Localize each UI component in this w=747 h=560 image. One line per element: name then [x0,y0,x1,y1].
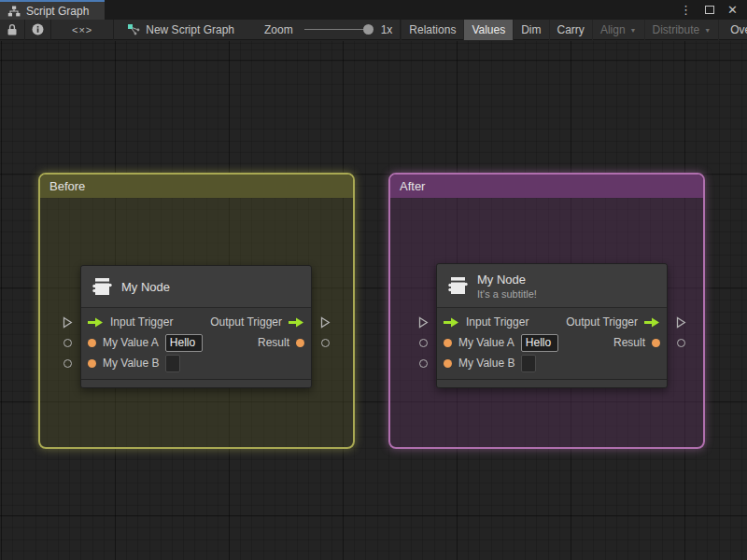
result-label: Result [613,336,645,349]
port-row-value-b: My Value B [437,353,667,373]
align-dropdown[interactable]: Align ▼ [593,20,645,40]
graph-name-label: New Script Graph [146,23,234,36]
flow-arrow-icon [444,317,459,328]
graph-toolbar: <×> New Script Graph Zoom 1x [0,20,747,40]
node-before-footer [81,379,311,387]
flow-arrow-icon [644,317,660,328]
relations-label: Relations [409,23,456,36]
trigger-in-port[interactable] [416,312,430,332]
values-label: Values [472,23,505,36]
node-after[interactable]: My Node It's a subtitle! Input Trigger O… [436,263,668,388]
chevron-down-icon: ▼ [704,27,711,34]
carry-label: Carry [557,23,585,36]
node-before-body: Input Trigger Output Trigger My Value A [81,308,311,379]
lock-button[interactable] [0,20,24,40]
window-controls: ⋮ ✕ [680,0,747,20]
window-menu-icon[interactable]: ⋮ [680,3,692,17]
info-button[interactable] [25,20,50,40]
value-port-icon [652,339,660,347]
overview-button[interactable]: Overview [723,20,747,40]
tab-title: Script Graph [26,5,89,18]
dim-label: Dim [521,23,541,36]
output-trigger-label: Output Trigger [566,315,638,329]
script-graph-window: Script Graph ⋮ ✕ [0,0,747,560]
node-after-footer [437,379,667,387]
maximize-icon[interactable] [705,6,714,14]
flow-arrow-icon [289,317,304,328]
node-title: My Node [121,280,170,294]
value-b-label: My Value B [103,357,159,370]
node-after-input-ports [416,312,430,373]
node-before-wrapper: My Node Input Trigger Output Trigger [80,265,312,388]
node-before-header[interactable]: My Node [81,266,311,308]
zoom-label: Zoom [264,23,293,36]
distribute-label: Distribute [653,23,700,36]
result-label: Result [258,336,289,349]
group-before-title: Before [49,179,85,193]
distribute-dropdown[interactable]: Distribute ▼ [645,20,720,40]
relations-button[interactable]: Relations [401,20,464,40]
value-a-label: My Value A [458,336,514,349]
group-after-title: After [400,179,425,193]
trigger-in-port[interactable] [61,312,74,332]
value-a-label: My Value A [103,336,159,349]
result-out-port[interactable] [318,332,331,353]
trigger-out-port[interactable] [674,312,687,332]
lock-icon [7,23,18,36]
code-view-button[interactable]: <×> [51,20,113,40]
value-b-in-port[interactable] [61,353,74,373]
value-port-icon [296,339,304,347]
output-trigger-label: Output Trigger [210,315,282,329]
port-row-value-a: My Value A Result [81,332,311,353]
value-b-input[interactable] [165,355,180,372]
group-before-header[interactable]: Before [40,175,353,198]
trigger-out-port[interactable] [318,312,331,332]
node-after-output-ports [674,312,687,373]
close-icon[interactable]: ✕ [727,3,738,17]
tab-bar: Script Graph ⋮ ✕ [0,0,747,20]
value-a-input[interactable] [521,334,558,352]
node-subtitle: It's a subtitle! [477,288,537,300]
zoom-value: 1x [381,23,393,36]
value-a-input[interactable] [165,334,203,352]
unit-icon [446,275,469,296]
graph-breadcrumb[interactable]: New Script Graph [114,23,244,36]
zoom-slider[interactable] [304,20,374,40]
port-row-trigger: Input Trigger Output Trigger [437,312,667,332]
input-trigger-label: Input Trigger [466,315,529,329]
zoom-slider-handle[interactable] [363,24,374,35]
node-before-output-ports [318,312,331,373]
port-row-value-b: My Value B [81,353,311,373]
group-after-header[interactable]: After [390,175,703,198]
unit-icon [91,276,113,297]
value-port-icon [444,339,452,347]
input-trigger-label: Input Trigger [110,315,173,329]
node-after-header[interactable]: My Node It's a subtitle! [437,264,667,308]
code-icon: <×> [59,24,106,35]
zoom-control: Zoom 1x [264,20,400,40]
value-b-in-port[interactable] [416,353,430,373]
graph-canvas[interactable]: Before After [0,41,747,560]
info-icon [32,23,44,35]
value-a-in-port[interactable] [416,332,430,353]
port-row-value-a: My Value A Result [437,332,667,353]
carry-button[interactable]: Carry [550,20,593,40]
chevron-down-icon: ▼ [630,27,637,34]
value-port-icon [444,359,452,368]
node-after-body: Input Trigger Output Trigger My Value A [437,308,667,379]
values-button[interactable]: Values [464,20,514,40]
tab-script-graph[interactable]: Script Graph [0,0,105,20]
overview-label: Overview [730,23,747,36]
port-row-trigger: Input Trigger Output Trigger [81,312,311,332]
value-b-input[interactable] [521,355,536,372]
node-before-input-ports [61,312,74,373]
graph-hierarchy-icon [7,6,21,17]
result-out-port[interactable] [674,332,687,353]
node-before[interactable]: My Node Input Trigger Output Trigger [80,265,312,388]
value-a-in-port[interactable] [61,332,74,353]
dim-button[interactable]: Dim [514,20,549,40]
align-label: Align [600,23,626,36]
node-title: My Node [477,273,537,287]
node-after-wrapper: My Node It's a subtitle! Input Trigger O… [436,263,668,388]
value-b-label: My Value B [458,357,514,370]
